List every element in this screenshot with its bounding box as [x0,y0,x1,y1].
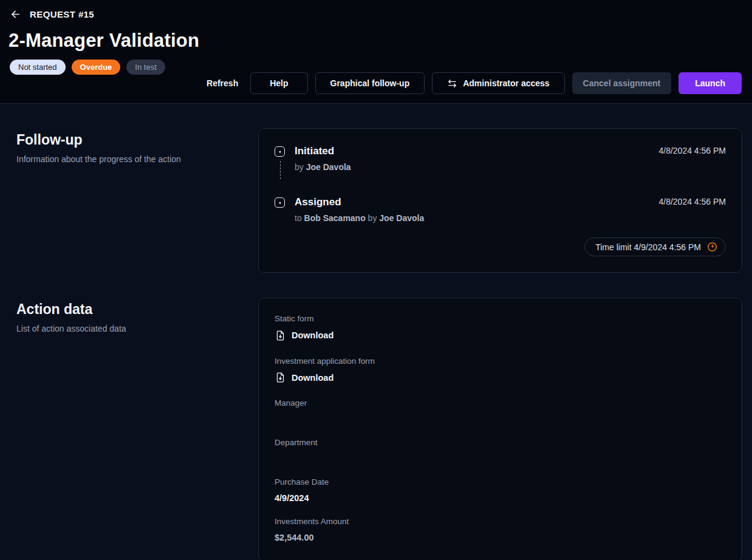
request-id-label: REQUEST #15 [30,9,94,19]
timeline-step-icon [275,197,285,208]
field-label: Purchase Date [275,477,726,487]
field-investment-application-form: Investment application form Download [275,357,726,386]
assignee-name: Bob Sacamano [304,213,366,223]
field-label: Manager [275,398,726,408]
transfer-arrows-icon [447,78,457,89]
field-label: Investment application form [275,357,726,366]
action-data-section-intro: Action data List of action associated da… [16,298,258,333]
event-detail: to Bob Sacamano by Joe Davola [295,213,658,223]
timeline-event-initiated: Initiated by Joe Davola 4/8/2024 4:56 PM [275,145,726,180]
event-detail: by Joe Davola [295,162,658,172]
event-name: Initiated [295,145,658,157]
event-timestamp: 4/8/2024 4:56 PM [658,196,726,223]
actor-name: Joe Davola [379,213,424,223]
followup-card: Initiated by Joe Davola 4/8/2024 4:56 PM… [258,128,742,273]
status-badge-in-test: In test [126,60,165,75]
back-arrow-icon[interactable] [10,9,21,20]
download-label: Download [292,372,333,384]
field-label: Department [275,438,726,447]
action-data-title: Action data [16,301,234,318]
graphical-follow-up-button[interactable]: Graphical follow-up [315,72,425,94]
launch-button[interactable]: Launch [679,72,742,94]
timeline-event-assigned: Assigned to Bob Sacamano by Joe Davola 4… [275,196,726,223]
field-purchase-date: Purchase Date 4/9/2024 [275,477,726,504]
file-download-icon [275,330,286,341]
app-header: REQUEST #15 2-Manager Validation Not sta… [0,0,752,104]
breadcrumb: REQUEST #15 [10,6,742,22]
time-limit-label: Time limit 4/9/2024 4:56 PM [595,242,701,252]
followup-subtitle: Information about the progress of the ac… [16,154,234,164]
actor-name: Joe Davola [306,162,351,172]
event-timestamp: 4/8/2024 4:56 PM [658,145,726,180]
page-title: 2-Manager Validation [9,30,742,52]
time-limit-badge: Time limit 4/9/2024 4:56 PM [584,237,726,256]
field-label: Investments Amount [275,517,726,526]
action-data-subtitle: List of action associated data [16,324,234,333]
action-data-section: Action data List of action associated da… [16,298,742,560]
event-name: Assigned [295,196,658,208]
main-content: Follow-up Information about the progress… [0,104,752,560]
refresh-button[interactable]: Refresh [202,72,243,94]
field-manager: Manager [275,398,726,425]
field-static-form: Static form Download [275,314,726,344]
administrator-access-label: Administrator access [463,78,549,88]
field-label: Static form [275,314,726,323]
file-download-icon [275,372,286,383]
field-value: 4/9/2024 [275,493,726,504]
action-data-card: Static form Download Investment applicat… [258,298,742,560]
timeline-step-icon [275,146,285,157]
status-badge-not-started: Not started [10,60,66,75]
status-badge-overdue: Overdue [72,60,121,75]
help-button[interactable]: Help [250,72,307,94]
followup-title: Follow-up [16,132,234,148]
administrator-access-button[interactable]: Administrator access [432,72,564,94]
followup-section-intro: Follow-up Information about the progress… [16,128,258,164]
field-investments-amount: Investments Amount $2,544.00 [275,517,726,544]
toolbar: Refresh Help Graphical follow-up Adminis… [202,72,742,94]
field-value [275,414,726,425]
field-value: $2,544.00 [275,532,726,544]
field-department: Department [275,438,726,465]
download-link-static-form[interactable]: Download [275,329,333,341]
clock-icon [706,241,718,253]
followup-section: Follow-up Information about the progress… [16,128,742,273]
field-value [275,453,726,465]
timeline-connector [280,161,281,179]
download-link-investment-application-form[interactable]: Download [275,372,333,384]
cancel-assignment-button[interactable]: Cancel assignment [572,72,672,94]
download-label: Download [292,329,333,341]
